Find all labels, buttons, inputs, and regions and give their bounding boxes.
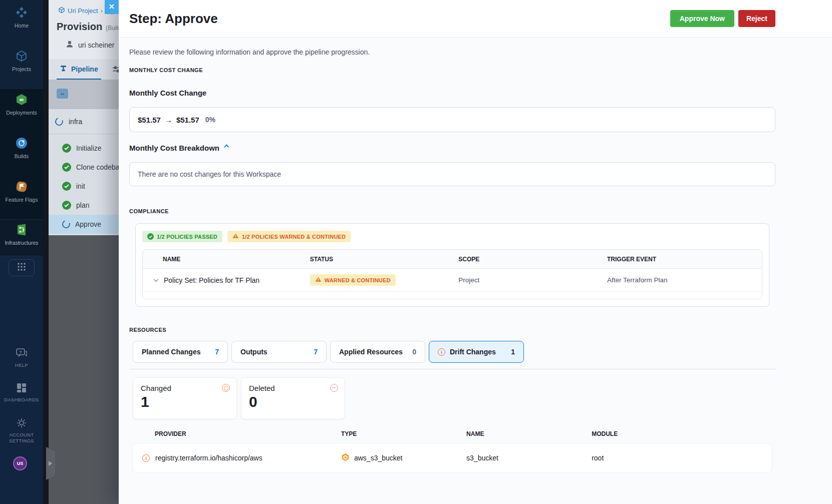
policies-passed-label: 1/2 POLICIES PASSED [157, 234, 217, 240]
sidebar-item-builds[interactable]: Builds [0, 137, 43, 159]
sidebar-item-label: HELP [15, 362, 28, 368]
stat-card-deleted: Deleted 0 [241, 377, 345, 419]
col-header-scope: SCOPE [458, 256, 607, 263]
tab-count: 0 [412, 348, 416, 356]
policy-table-spacer [143, 292, 762, 299]
resources-divider [129, 369, 775, 369]
col-header-provider: PROVIDER [133, 430, 341, 437]
sidebar-item-feature-flags[interactable]: Feature Flags [0, 180, 43, 203]
compliance-panel: 1/2 POLICIES PASSED 1/2 POLICIES WARNED … [135, 223, 769, 307]
section-label-resources: RESOURCES [129, 327, 775, 333]
success-check-icon [62, 163, 71, 172]
tab-count: 7 [215, 348, 219, 356]
step-row-init[interactable]: init [49, 177, 119, 196]
policy-table-header: NAME STATUS SCOPE TRIGGER EVENT [143, 250, 762, 269]
policies-warned-label: 1/2 POLICIES WARNED & CONTINUED [242, 234, 346, 240]
stage-name: infra [69, 118, 82, 126]
tab-outputs[interactable]: Outputs 7 [231, 341, 327, 363]
tab-label: Planned Changes [142, 348, 200, 356]
stage-tree-panel: infra Initialize Clone codeba init [49, 109, 119, 235]
stat-card-changed: Changed 1 [133, 377, 237, 419]
step-row-plan[interactable]: plan [49, 196, 119, 215]
step-label: plan [76, 201, 89, 209]
chevron-down-icon[interactable] [154, 277, 159, 282]
collapsed-breadcrumb-chip[interactable]: .. [57, 89, 68, 99]
sidebar-item-help[interactable]: ? HELP [0, 348, 43, 368]
drawer-title: Step: Approve [129, 11, 218, 27]
module-picker-button[interactable] [9, 259, 35, 276]
step-label: Initialize [76, 144, 102, 152]
policies-warned-badge: 1/2 POLICIES WARNED & CONTINUED [227, 231, 351, 242]
step-label: init [76, 182, 85, 190]
success-check-icon [62, 144, 71, 153]
cost-to: $51.57 [176, 116, 199, 124]
sidebar-item-label: Deployments [6, 110, 37, 116]
app-root: Home Projects ∞ Deployments Builds Featu… [0, 0, 832, 504]
tab-pipeline[interactable]: Pipeline [57, 59, 101, 80]
policy-status-label: WARNED & CONTINUED [325, 277, 391, 283]
info-circle-icon: i [142, 454, 150, 462]
success-check-icon [62, 201, 71, 210]
approve-now-button[interactable]: Approve Now [670, 10, 734, 27]
stat-value: 0 [249, 393, 337, 410]
sidebar-item-infrastructures[interactable]: Infrastructures [0, 223, 43, 246]
gear-icon [16, 417, 27, 429]
person-icon [65, 40, 74, 50]
tab-applied-resources[interactable]: Applied Resources 0 [330, 341, 425, 363]
tab-label: Applied Resources [339, 348, 403, 356]
feature-flags-icon [15, 180, 28, 194]
step-row-approve[interactable]: Approve [49, 215, 119, 234]
cost-percent: 0% [205, 116, 215, 124]
review-instructions: Please review the following information … [129, 48, 775, 56]
reject-button[interactable]: Reject [738, 10, 775, 27]
sidebar-item-home[interactable]: Home [0, 6, 43, 29]
sidebar-item-label: Infrastructures [5, 240, 38, 246]
sidebar-item-account-settings[interactable]: ACCOUNT SETTINGS [4, 417, 39, 444]
pipeline-title: Provision(Build [57, 21, 119, 33]
close-icon [109, 4, 115, 11]
aws-provider-icon [341, 453, 350, 463]
sidebar-item-label: Feature Flags [6, 197, 38, 203]
deleted-icon [330, 384, 338, 392]
cost-breakdown-empty-card: There are no cost changes for this Works… [129, 162, 775, 186]
stage-row-infra[interactable]: infra [49, 109, 119, 134]
stat-label: Changed [141, 384, 229, 392]
step-label: Approve [75, 220, 101, 228]
warning-triangle-icon [315, 277, 322, 283]
help-chat-icon: ? [16, 348, 28, 360]
sidebar-item-dashboards[interactable]: DASHBOARDS [0, 382, 43, 403]
cost-from: $51.57 [138, 116, 161, 124]
breadcrumb-project-link[interactable]: Uri Project [68, 7, 98, 15]
check-circle-icon [147, 233, 154, 240]
projects-cube-icon [15, 50, 28, 64]
close-drawer-button[interactable] [105, 0, 119, 14]
user-avatar[interactable]: US [13, 456, 27, 470]
tab-drift-changes[interactable]: i Drift Changes 1 [429, 341, 524, 363]
pipeline-icon [60, 65, 67, 74]
grid-dots-icon [17, 262, 27, 274]
canvas-toolbar-strip: .. [49, 80, 119, 109]
sidebar-item-deployments[interactable]: ∞ Deployments [0, 93, 43, 116]
changed-icon [222, 384, 230, 392]
tab-inputs[interactable] [112, 65, 119, 76]
drift-table-header: PROVIDER TYPE NAME MODULE [133, 428, 772, 439]
tab-pipeline-label: Pipeline [71, 65, 98, 73]
policy-status-badge: WARNED & CONTINUED [310, 274, 396, 286]
expand-panel-handle[interactable] [46, 447, 55, 480]
tab-planned-changes[interactable]: Planned Changes 7 [133, 341, 228, 363]
col-header-module: MODULE [592, 430, 772, 437]
left-nav-sidebar: Home Projects ∞ Deployments Builds Featu… [0, 0, 43, 504]
policies-passed-badge: 1/2 POLICIES PASSED [142, 231, 222, 242]
pipeline-title-text: Provision [57, 21, 102, 32]
sidebar-item-label: DASHBOARDS [4, 397, 39, 403]
sidebar-item-projects[interactable]: Projects [0, 50, 43, 72]
step-row-clone-codebase[interactable]: Clone codeba [49, 158, 119, 177]
sidebar-item-label: Projects [12, 66, 31, 72]
infrastructures-icon [15, 223, 28, 237]
monthly-cost-breakdown-toggle[interactable]: Monthly Cost Breakdown [129, 144, 775, 152]
sidebar-item-label: Home [15, 23, 29, 29]
step-row-initialize[interactable]: Initialize [49, 139, 119, 158]
drift-stat-cards: Changed 1 Deleted 0 [133, 377, 775, 419]
drift-table-row[interactable]: i registry.terraform.io/hashicorp/aws aw… [133, 443, 772, 472]
policy-table-row[interactable]: Policy Set: Policies for TF Plan WARNED … [143, 269, 762, 292]
